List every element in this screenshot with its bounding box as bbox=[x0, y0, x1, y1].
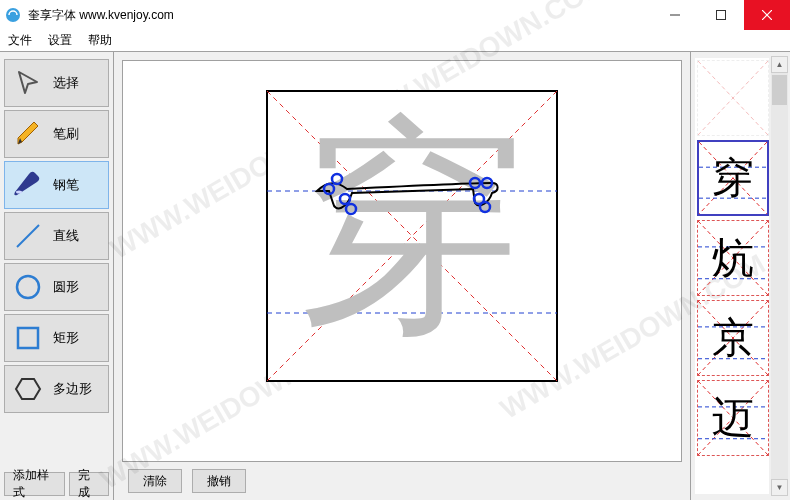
glyph-char: 炕 bbox=[698, 221, 768, 295]
tool-rect[interactable]: 矩形 bbox=[4, 314, 109, 362]
glyph-cell[interactable]: 京 bbox=[697, 300, 769, 376]
add-style-button[interactable]: 添加样式 bbox=[4, 472, 65, 496]
glyph-cell[interactable]: 炕 bbox=[697, 220, 769, 296]
tool-label: 圆形 bbox=[53, 278, 79, 296]
tool-label: 选择 bbox=[53, 74, 79, 92]
finish-button[interactable]: 完成 bbox=[69, 472, 109, 496]
undo-button[interactable]: 撤销 bbox=[192, 469, 246, 493]
scroll-up-icon[interactable]: ▲ bbox=[771, 56, 788, 73]
line-icon bbox=[11, 219, 45, 253]
square-icon bbox=[11, 321, 45, 355]
canvas-actions: 清除 撤销 bbox=[122, 462, 682, 496]
cursor-icon bbox=[11, 66, 45, 100]
glyph-scrollbar[interactable]: ▲ ▼ bbox=[771, 56, 788, 496]
close-button[interactable] bbox=[744, 0, 790, 30]
svg-point-0 bbox=[6, 8, 20, 22]
tool-select[interactable]: 选择 bbox=[4, 59, 109, 107]
reference-glyph: 穿 bbox=[297, 98, 527, 355]
tool-line[interactable]: 直线 bbox=[4, 212, 109, 260]
glyph-cell[interactable]: 穿 bbox=[697, 140, 769, 216]
svg-marker-9 bbox=[16, 379, 40, 399]
svg-rect-2 bbox=[717, 11, 726, 20]
menubar: 文件 设置 帮助 bbox=[0, 30, 790, 52]
hexagon-icon bbox=[11, 372, 45, 406]
app-icon bbox=[0, 7, 26, 23]
clear-button[interactable]: 清除 bbox=[128, 469, 182, 493]
tool-pen[interactable]: 钢笔 bbox=[4, 161, 109, 209]
canvas-area: WWW.WEIDOWN.COM WWW.WEIDOWN.COM WWW.WEID… bbox=[114, 52, 690, 500]
svg-point-5 bbox=[16, 191, 22, 194]
glyph-char: 迈 bbox=[698, 381, 768, 455]
window-title: 奎享字体 www.kvenjoy.com bbox=[26, 7, 652, 24]
svg-point-7 bbox=[17, 276, 39, 298]
body: 选择 笔刷 钢笔 直线 bbox=[0, 52, 790, 500]
minimize-button[interactable] bbox=[652, 0, 698, 30]
glyph-char: 穿 bbox=[699, 142, 767, 214]
tool-label: 笔刷 bbox=[53, 125, 79, 143]
svg-line-6 bbox=[17, 225, 39, 247]
toolbox: 选择 笔刷 钢笔 直线 bbox=[0, 52, 114, 500]
tool-list: 选择 笔刷 钢笔 直线 bbox=[0, 52, 113, 417]
svg-rect-8 bbox=[18, 328, 38, 348]
tool-label: 钢笔 bbox=[53, 176, 79, 194]
window-button-group bbox=[652, 0, 790, 30]
tool-label: 直线 bbox=[53, 227, 79, 245]
canvas[interactable]: WWW.WEIDOWN.COM WWW.WEIDOWN.COM WWW.WEID… bbox=[122, 60, 682, 462]
tool-polygon[interactable]: 多边形 bbox=[4, 365, 109, 413]
scroll-down-icon[interactable]: ▼ bbox=[771, 479, 788, 496]
tool-label: 矩形 bbox=[53, 329, 79, 347]
pen-icon bbox=[11, 168, 45, 202]
menu-help[interactable]: 帮助 bbox=[80, 30, 120, 51]
maximize-button[interactable] bbox=[698, 0, 744, 30]
titlebar: 奎享字体 www.kvenjoy.com bbox=[0, 0, 790, 30]
menu-settings[interactable]: 设置 bbox=[40, 30, 80, 51]
glyph-cell[interactable]: 迈 bbox=[697, 380, 769, 456]
glyph-char: 京 bbox=[698, 301, 768, 375]
pencil-icon bbox=[11, 117, 45, 151]
scroll-track[interactable] bbox=[771, 73, 788, 479]
tool-brush[interactable]: 笔刷 bbox=[4, 110, 109, 158]
scroll-thumb[interactable] bbox=[772, 75, 787, 105]
glyph-cell-blank[interactable] bbox=[697, 60, 769, 136]
tool-circle[interactable]: 圆形 bbox=[4, 263, 109, 311]
toolbox-bottom-buttons: 添加样式 完成 bbox=[0, 468, 113, 500]
tool-label: 多边形 bbox=[53, 380, 92, 398]
menu-file[interactable]: 文件 bbox=[0, 30, 40, 51]
circle-icon bbox=[11, 270, 45, 304]
glyph-panel: 穿 炕 京 迈 ▲ ▼ bbox=[690, 52, 790, 500]
glyph-list: 穿 炕 京 迈 bbox=[695, 58, 769, 494]
